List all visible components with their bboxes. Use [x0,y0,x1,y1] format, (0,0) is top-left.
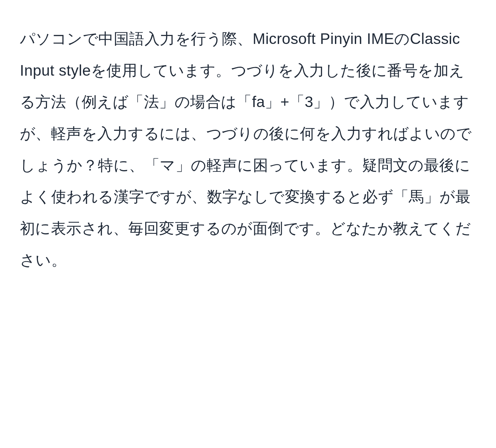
paragraph-main: パソコンで中国語入力を行う際、Microsoft Pinyin IMEのClas… [20,23,476,276]
document-body: パソコンで中国語入力を行う際、Microsoft Pinyin IMEのClas… [20,23,476,276]
